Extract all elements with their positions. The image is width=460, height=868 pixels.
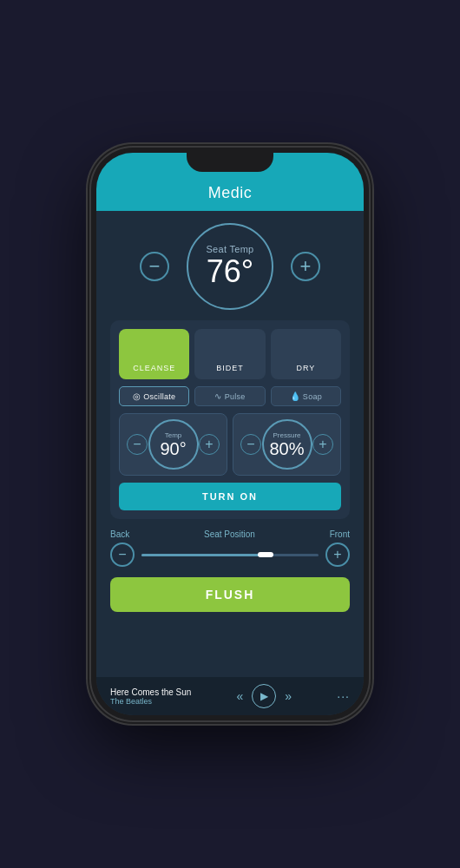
seat-position-slider[interactable]	[141, 554, 319, 556]
mode-panel: CLEANSE	[110, 320, 350, 519]
music-title: Here Comes the Sun	[110, 687, 191, 697]
music-controls: « ▶ »	[237, 684, 292, 708]
temp-control-box: − Temp 90° +	[119, 413, 227, 476]
soap-icon: 💧	[290, 391, 300, 401]
seat-temp-decrease-button[interactable]: −	[140, 252, 169, 281]
pulse-label: Pulse	[225, 392, 246, 401]
bidet-mode-button[interactable]: BIDET	[194, 329, 265, 379]
controls-row: − Temp 90° + − Pressure	[119, 413, 341, 476]
seat-position-center-label: Seat Position	[204, 529, 255, 539]
status-bar	[96, 153, 364, 181]
seat-back-label: Back	[110, 529, 129, 539]
seat-front-label: Front	[330, 529, 350, 539]
pressure-control-box: − Pressure 80% +	[233, 413, 341, 476]
seat-position-decrease-button[interactable]: −	[110, 542, 135, 567]
temp-control-value: 90°	[160, 439, 186, 458]
pressure-decrease-button[interactable]: −	[240, 434, 261, 455]
music-artist: The Beatles	[110, 697, 191, 706]
seat-temp-section: − Seat Temp 76° +	[110, 223, 350, 310]
pulse-icon: ∿	[214, 391, 221, 401]
pressure-control-value: 80%	[269, 439, 304, 458]
seat-position-labels: Back Seat Position Front	[110, 529, 350, 539]
music-next-button[interactable]: »	[285, 689, 292, 703]
temp-control-dial: Temp 90°	[148, 419, 199, 470]
soap-label: Soap	[303, 392, 322, 401]
slider-thumb	[258, 552, 273, 557]
music-more-button[interactable]: ···	[337, 689, 350, 703]
oscillate-submenu-button[interactable]: ◎ Oscillate	[119, 386, 189, 406]
music-bar: Here Comes the Sun The Beatles « ▶ » ···	[96, 677, 364, 715]
app-header: Medic	[96, 181, 364, 211]
mode-buttons-row: CLEANSE	[119, 329, 341, 379]
flush-button[interactable]: FLUSH	[110, 577, 350, 612]
temp-increase-button[interactable]: +	[199, 434, 220, 455]
seat-temp-value: 76°	[207, 254, 253, 289]
submenu-row: ◎ Oscillate ∿ Pulse 💧 Soap	[119, 386, 341, 406]
turn-on-button[interactable]: TURN ON	[119, 483, 341, 510]
oscillate-label: Oscillate	[143, 392, 175, 401]
cleanse-label: CLEANSE	[133, 364, 175, 372]
pressure-control-dial: Pressure 80%	[262, 419, 312, 470]
seat-position-increase-button[interactable]: +	[325, 542, 350, 567]
cleanse-mode-button[interactable]: CLEANSE	[119, 329, 189, 379]
phone-device: Medic − Seat Temp 76° +	[91, 148, 369, 720]
app-title: Medic	[208, 184, 253, 201]
slider-row: − +	[110, 542, 350, 567]
seat-temp-increase-button[interactable]: +	[291, 252, 320, 281]
music-info: Here Comes the Sun The Beatles	[110, 687, 191, 706]
bidet-label: BIDET	[216, 364, 244, 372]
pressure-control-label: Pressure	[273, 431, 300, 439]
oscillate-icon: ◎	[133, 391, 141, 401]
temp-control-label: Temp	[165, 431, 182, 439]
dry-mode-button[interactable]: DRY	[271, 329, 341, 379]
pressure-increase-button[interactable]: +	[312, 434, 333, 455]
seat-position-section: Back Seat Position Front − +	[110, 529, 350, 567]
seat-temp-dial: Seat Temp 76°	[187, 223, 273, 310]
dry-label: DRY	[296, 364, 315, 372]
temp-decrease-button[interactable]: −	[127, 434, 148, 455]
soap-submenu-button[interactable]: 💧 Soap	[271, 386, 341, 406]
phone-screen: Medic − Seat Temp 76° +	[96, 153, 364, 715]
pulse-submenu-button[interactable]: ∿ Pulse	[194, 386, 265, 406]
slider-fill	[141, 554, 266, 556]
music-play-button[interactable]: ▶	[252, 684, 276, 708]
main-content: − Seat Temp 76° +	[96, 211, 364, 677]
notch	[187, 153, 273, 172]
music-prev-button[interactable]: «	[237, 689, 244, 703]
